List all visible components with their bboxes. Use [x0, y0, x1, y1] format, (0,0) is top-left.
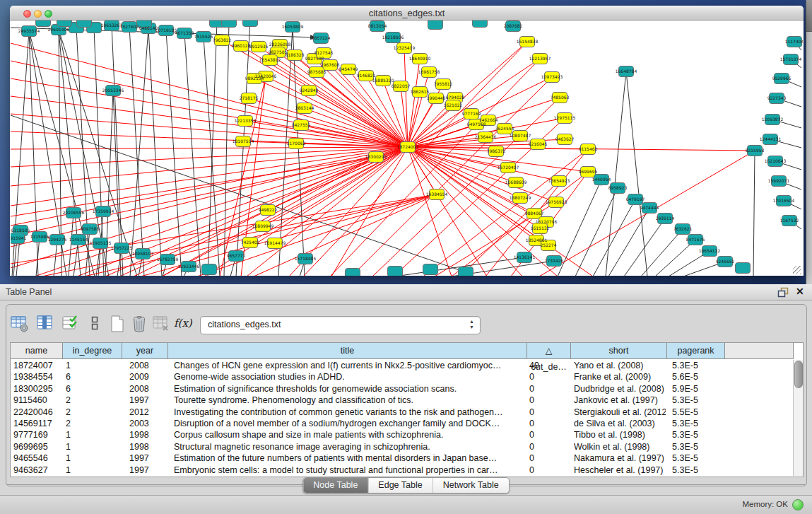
tab-node-table[interactable]: Node Table — [303, 478, 368, 493]
graph-node[interactable] — [388, 267, 403, 276]
graph-node[interactable] — [428, 21, 443, 30]
graph-node[interactable] — [346, 269, 360, 276]
graph-node-label: 2803144 — [295, 105, 314, 110]
table-scrollbar[interactable] — [793, 360, 803, 476]
graph-node[interactable] — [473, 21, 488, 28]
graph-node-label: 16543812 — [259, 57, 281, 62]
graph-node[interactable] — [459, 267, 473, 276]
table-row[interactable]: 977716911998Corpus callosum shape and si… — [11, 429, 794, 440]
graph-node-label: 9097588 — [81, 226, 100, 231]
column-header-title[interactable]: title — [168, 343, 527, 359]
graph-node-label: 8813054 — [368, 23, 387, 28]
close-panel-icon[interactable]: ✕ — [796, 286, 804, 297]
graph-node-label: 1117404 — [785, 39, 803, 44]
network-selector-dropdown[interactable]: citations_edges.txt ▲▼ — [200, 316, 481, 334]
cell-out_degree: 0 — [529, 441, 570, 452]
graph-node-label: 2718176 — [240, 95, 259, 100]
graph-node-label: 10807487 — [510, 133, 531, 138]
float-panel-icon[interactable] — [777, 287, 789, 298]
cell-pagerank: 5.3E-5 — [672, 465, 724, 476]
graph-node-label: 10719185 — [155, 28, 177, 33]
graph-node-label: 12975115 — [554, 115, 576, 120]
table-row[interactable]: 1872400712008Changes of HCN gene express… — [11, 360, 794, 371]
table-row[interactable]: 1456911722003Disruption of a novel membe… — [11, 418, 794, 429]
graph-node-label: 9474444 — [640, 205, 659, 210]
function-builder-icon[interactable]: f(x) — [174, 314, 198, 334]
table-scrollbar-thumb[interactable] — [794, 361, 803, 388]
cell-name: 19384554 — [13, 371, 61, 382]
table-row[interactable]: 946554611997Estimation of the future num… — [11, 452, 794, 464]
network-canvas[interactable]: 1872400718300295796382289601288912935282… — [11, 21, 803, 276]
graph-node[interactable] — [736, 263, 751, 274]
graph-node-label: 15720407 — [498, 165, 519, 170]
graph-node-label: 20206556 — [63, 210, 85, 215]
cell-in_degree: 2 — [66, 418, 121, 429]
table-row[interactable]: 1830029562008Estimation of significance … — [11, 383, 794, 395]
cell-short: Stergiakouli et al. (2012) — [574, 407, 666, 418]
attribute-table: namein_degreeyeartitle△ out_de…shortpage… — [10, 342, 804, 477]
graph-node[interactable] — [243, 21, 258, 27]
graph-node[interactable] — [202, 264, 217, 275]
graph-node-label: 9827508 — [305, 56, 324, 61]
graph-node-label: 18807249 — [510, 195, 531, 200]
tab-edge-table[interactable]: Edge Table — [368, 478, 433, 493]
cell-short: Hescheler et al. (1997) — [574, 465, 666, 476]
column-header-in_degree[interactable]: in_degree — [63, 343, 122, 359]
trash-icon[interactable] — [129, 314, 149, 334]
graph-node-label: 16210643 — [765, 158, 787, 163]
table-select-columns-icon[interactable] — [61, 314, 81, 334]
cell-out_degree: 0 — [529, 383, 570, 395]
graph-node[interactable] — [77, 21, 92, 28]
graph-node-label: 9245652 — [716, 259, 735, 264]
graph-node-label: 7986372 — [487, 148, 506, 153]
table-row[interactable]: 2242004622012Investigating the contribut… — [11, 407, 794, 418]
column-header-name[interactable]: name — [11, 343, 63, 359]
graph-node-label: 10973493 — [541, 74, 563, 79]
cell-pagerank: 5.3E-5 — [672, 395, 724, 406]
graph-node[interactable] — [423, 264, 438, 275]
new-file-icon[interactable] — [107, 314, 127, 334]
cell-pagerank: 5.3E-5 — [672, 429, 724, 440]
graph-node-label: 7955812 — [434, 81, 453, 86]
column-header-pagerank[interactable]: pagerank — [667, 343, 725, 359]
cell-year: 1997 — [129, 395, 167, 406]
network-window-title: citations_edges.txt — [10, 8, 804, 18]
graph-node-label: 1862615 — [411, 89, 430, 94]
graph-node-label: 9146821 — [357, 73, 376, 78]
cell-out_degree: 0 — [529, 418, 570, 429]
column-header-year[interactable]: year — [122, 343, 168, 359]
cell-short: Jankovic et al. (1997) — [574, 395, 666, 406]
column-header-out_degree[interactable]: △ out_de… — [527, 343, 571, 359]
graph-node-label: 18524861 — [526, 238, 548, 243]
cell-out_degree: 0 — [529, 429, 570, 440]
graph-node-label: 7485063 — [551, 95, 570, 100]
graph-node-label: 8958923 — [608, 185, 628, 190]
cell-pagerank: 5.9E-5 — [672, 383, 724, 395]
graph-node[interactable] — [57, 21, 72, 27]
table-row[interactable]: 969969511998Structural magnetic resonanc… — [11, 441, 794, 452]
background-window-edge — [806, 0, 812, 284]
table-settings-icon[interactable] — [10, 314, 30, 334]
cell-year: 1998 — [129, 441, 167, 452]
cell-in_degree: 2 — [66, 407, 121, 418]
cell-in_degree: 1 — [66, 452, 121, 464]
tab-network-table[interactable]: Network Table — [433, 478, 509, 493]
graph-node-label: 16782759 — [157, 257, 179, 262]
graph-node[interactable] — [222, 21, 237, 28]
window-resize-grip[interactable] — [793, 266, 801, 274]
table-row[interactable]: 946362711997Embryonic stem cells: a mode… — [11, 465, 794, 476]
graph-node[interactable] — [36, 21, 51, 27]
graph-node-label: 24935574 — [18, 28, 40, 33]
table-row[interactable]: 911546021997Tourette syndrome. Phenomeno… — [11, 395, 794, 406]
network-window[interactable]: citations_edges.txt 18724007183002957963… — [10, 6, 804, 276]
table-panel-titlebar: Table Panel ✕ — [0, 284, 812, 300]
table-row[interactable]: 1938455462009Genome-wide association stu… — [11, 371, 794, 382]
table-column-icon[interactable] — [35, 314, 55, 334]
network-window-titlebar[interactable]: citations_edges.txt — [10, 6, 804, 21]
table-toolbar: f(x) citations_edges.txt ▲▼ — [4, 311, 796, 337]
graph-node-label: 2967608 — [321, 62, 340, 67]
column-header-short[interactable]: short — [571, 343, 667, 359]
cell-title: Estimation of significance thresholds fo… — [174, 383, 526, 395]
graph-node-label: 2935114 — [656, 216, 675, 221]
rows-icon[interactable] — [85, 314, 105, 334]
